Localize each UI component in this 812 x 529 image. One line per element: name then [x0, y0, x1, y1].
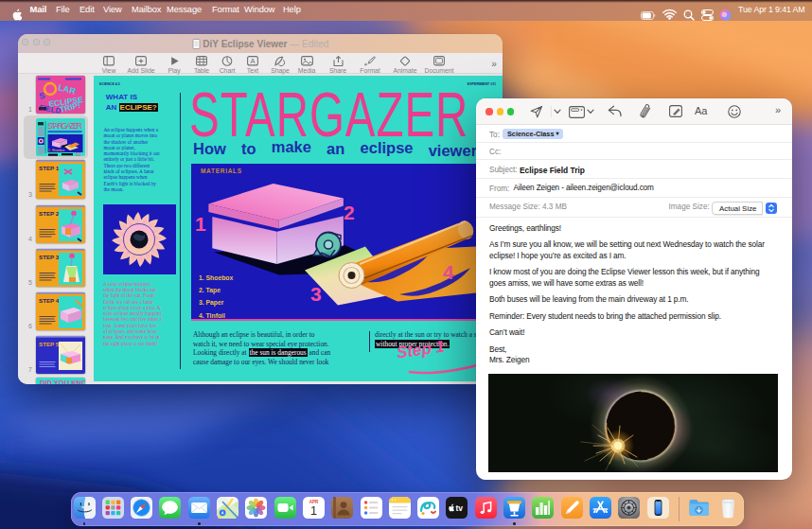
svg-text:STEP 1:: STEP 1:	[39, 165, 61, 171]
svg-text:tv: tv	[456, 503, 464, 513]
svg-text:STARGAZER: STARGAZER	[47, 121, 82, 131]
svg-text:STEP 2:: STEP 2:	[39, 209, 61, 216]
svg-text:S1: S1	[76, 152, 81, 157]
svg-text:STEP 5:: STEP 5:	[39, 341, 61, 347]
svg-text:DID YOU KNOW: DID YOU KNOW	[40, 379, 85, 384]
svg-text:1: 1	[310, 503, 317, 517]
svg-text:A: A	[250, 57, 255, 65]
svg-text:1. Shoebox: 1. Shoebox	[48, 149, 64, 152]
svg-text:STEP 4:: STEP 4:	[39, 297, 61, 304]
svg-text:STEP 3:: STEP 3:	[39, 253, 61, 259]
svg-text:LAR: LAR	[58, 82, 78, 96]
